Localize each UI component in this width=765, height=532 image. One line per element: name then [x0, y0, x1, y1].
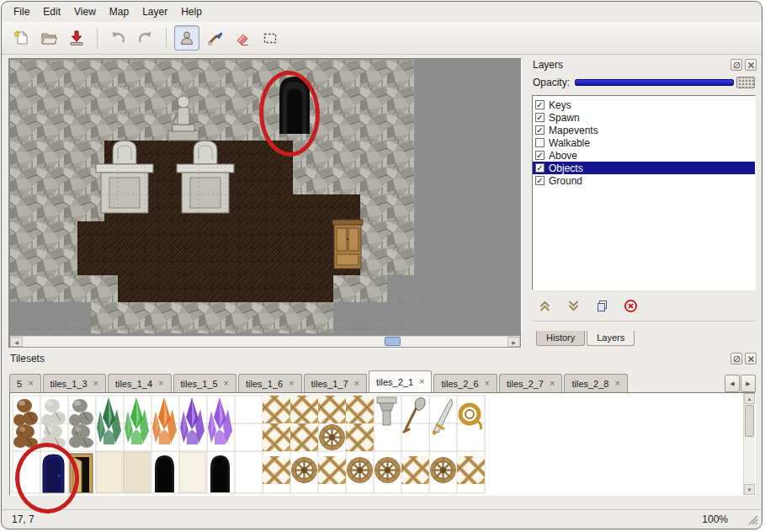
scroll-up-icon[interactable]: ▲ [744, 393, 755, 404]
layer-row-spawn[interactable]: ✓ Spawn [533, 111, 755, 124]
tileset-tab-4[interactable]: tiles_1_6 × [238, 374, 301, 392]
float-panel-icon[interactable] [730, 353, 742, 364]
tile-crystal-violet[interactable] [208, 397, 232, 444]
layer-row-ground[interactable]: ✓ Ground [533, 174, 755, 187]
lower-layer-icon[interactable] [566, 299, 581, 313]
raise-layer-icon[interactable] [538, 299, 552, 313]
toolbar-button-redo[interactable] [133, 25, 158, 51]
tab-close-icon[interactable]: × [354, 379, 359, 388]
layer-row-keys[interactable]: ✓ Keys [533, 98, 755, 111]
toolbar-button-sprite-tool[interactable] [174, 25, 199, 51]
tile-cave-arch[interactable] [155, 455, 174, 492]
tab-close-icon[interactable]: × [614, 379, 619, 388]
tile-wheel[interactable] [431, 458, 456, 483]
tile-wheel[interactable] [375, 458, 401, 483]
tile-wheel[interactable] [348, 458, 373, 483]
tileset-tab-3[interactable]: tiles_1_5 × [173, 374, 236, 392]
layer-row-above[interactable]: ✓ Above [533, 149, 755, 162]
menu-item-help[interactable]: Help [174, 3, 209, 20]
tile-rocks-gray[interactable] [69, 399, 93, 448]
tab-history[interactable]: History [536, 331, 585, 346]
scroll-track[interactable] [23, 337, 507, 347]
tile-dark-door[interactable] [43, 455, 64, 492]
toolbar-button-undo[interactable] [105, 25, 130, 51]
tab-close-icon[interactable]: × [485, 379, 490, 388]
tab-scroll-right-icon[interactable]: ▶ [741, 375, 756, 392]
tileset-vertical-scrollbar[interactable]: ▲ ▼ [743, 393, 755, 495]
tab-close-icon[interactable]: × [550, 379, 555, 388]
tile-open-door[interactable] [70, 454, 93, 492]
menu-item-file[interactable]: File [7, 3, 36, 20]
layer-checkbox[interactable]: ✓ [535, 113, 545, 122]
tileset-tab-2[interactable]: tiles_1_4 × [108, 374, 171, 392]
tile-wheel[interactable] [292, 458, 317, 483]
tile-crystal-darkgreen[interactable] [97, 397, 121, 444]
tileset-tab-5[interactable]: tiles_1_7 × [304, 374, 367, 392]
layer-checkbox[interactable]: ✓ [535, 176, 545, 185]
tab-scroll-left-icon[interactable]: ◀ [725, 375, 740, 392]
tile-shovel[interactable] [404, 398, 425, 432]
tile-rope-coil[interactable] [460, 405, 481, 429]
toolbar-button-select-tool[interactable] [258, 25, 283, 51]
delete-layer-icon[interactable] [624, 299, 638, 313]
map-horizontal-scrollbar[interactable]: ◀ ▶ [10, 336, 520, 347]
tileset-tab-0[interactable]: 5 × [9, 374, 41, 392]
layer-checkbox[interactable]: ✓ [535, 100, 545, 109]
tile-column-capital[interactable] [377, 397, 396, 425]
tile-sword[interactable] [433, 399, 454, 435]
menu-item-layer[interactable]: Layer [135, 3, 174, 20]
scroll-left-icon[interactable]: ◀ [10, 337, 23, 347]
tab-close-icon[interactable]: × [93, 379, 98, 388]
layer-row-mapevents[interactable]: ✓ Mapevents [533, 124, 755, 136]
toolbar-button-eraser-tool[interactable] [230, 25, 255, 51]
menu-item-map[interactable]: Map [103, 3, 135, 20]
layer-checkbox[interactable]: ✓ [535, 138, 545, 147]
tab-close-icon[interactable]: × [224, 379, 229, 388]
tile-cave-arch[interactable] [210, 455, 230, 492]
layer-row-objects[interactable]: ✓ Objects [533, 162, 755, 174]
tab-close-icon[interactable]: × [419, 377, 424, 386]
duplicate-layer-icon[interactable] [595, 299, 609, 313]
tile-rocks-brown[interactable] [13, 399, 38, 448]
scroll-right-icon[interactable]: ▶ [507, 337, 520, 347]
layer-checkbox[interactable]: ✓ [535, 163, 545, 173]
tab-close-icon[interactable]: × [289, 379, 294, 388]
tile-crystal-green[interactable] [125, 397, 149, 444]
opacity-slider-handle[interactable] [736, 77, 755, 88]
scroll-thumb[interactable] [745, 405, 754, 437]
layer-row-walkable[interactable]: ✓ Walkable [533, 136, 755, 149]
tileset-tab-1[interactable]: tiles_1_3 × [43, 374, 106, 392]
opacity-slider[interactable] [575, 77, 755, 88]
opacity-slider-track[interactable] [575, 79, 734, 86]
tile-pale[interactable] [179, 452, 205, 492]
tile-pale[interactable] [124, 452, 150, 492]
menu-item-view[interactable]: View [67, 3, 103, 20]
tileset-image[interactable] [11, 394, 738, 495]
tileset-tab-9[interactable]: tiles_2_8 × [564, 374, 627, 392]
tile-crystal-purple[interactable] [180, 397, 205, 444]
layer-checkbox[interactable]: ✓ [535, 151, 545, 160]
float-panel-icon[interactable] [730, 59, 742, 71]
scroll-down-icon[interactable]: ▼ [744, 484, 755, 495]
close-panel-icon[interactable] [745, 353, 757, 364]
toolbar-button-open[interactable] [36, 25, 61, 51]
tileset-tab-8[interactable]: tiles_2_7 × [499, 374, 562, 392]
tileset-tab-6[interactable]: tiles_2_1 × [369, 370, 432, 392]
tab-close-icon[interactable]: × [158, 379, 163, 388]
map-canvas[interactable] [10, 60, 414, 333]
scroll-thumb[interactable] [385, 337, 401, 346]
tab-layers[interactable]: Layers [587, 331, 635, 346]
tile-wheel[interactable] [320, 425, 345, 450]
tile-crystal-orange[interactable] [152, 397, 177, 444]
close-panel-icon[interactable] [745, 59, 757, 71]
tile-pale[interactable] [96, 452, 122, 492]
toolbar-button-save[interactable] [64, 25, 89, 51]
layer-checkbox[interactable]: ✓ [535, 125, 545, 135]
tab-close-icon[interactable]: × [28, 379, 33, 388]
tileset-tab-7[interactable]: tiles_2_6 × [433, 374, 497, 392]
resize-grip[interactable] [747, 514, 758, 525]
menu-item-edit[interactable]: Edit [36, 3, 67, 20]
toolbar-button-new[interactable] [8, 25, 34, 51]
tile-rocks-pale[interactable] [41, 399, 66, 448]
toolbar-button-brush-tool[interactable] [202, 25, 227, 51]
